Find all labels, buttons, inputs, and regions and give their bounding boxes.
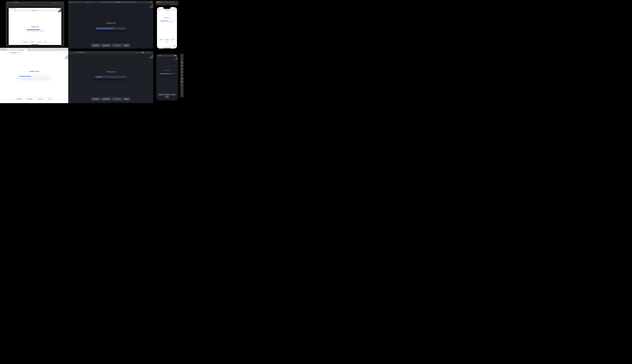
back-icon[interactable]: ← [1, 52, 2, 54]
window-traffic-lights[interactable] [156, 2, 161, 3]
tabs-icon[interactable]: ▦ [151, 2, 152, 3]
new-tab-button[interactable]: + [28, 49, 30, 51]
volume-down-icon[interactable]: 🔉 [181, 68, 183, 70]
reset-button[interactable]: Reset [165, 41, 169, 43]
visbug-corner-icon[interactable] [149, 4, 153, 8]
shield-icon[interactable]: ◐ [86, 2, 88, 3]
complete-button[interactable]: Complete [36, 97, 45, 100]
overview-nav-icon[interactable]: □ [181, 91, 183, 93]
reload-icon[interactable]: ⟳ [74, 52, 75, 53]
increase-button[interactable]: Increase [158, 38, 164, 40]
window-traffic-lights[interactable] [70, 2, 74, 3]
complete-button[interactable]: Complete [170, 38, 176, 40]
window-traffic-lights[interactable] [1, 49, 6, 50]
share-icon[interactable]: ⇧ [138, 52, 139, 53]
home-nav-icon[interactable]: ○ [181, 88, 183, 90]
volume-up-icon[interactable]: 🔊 [181, 65, 183, 66]
close-tab-icon[interactable]: × [26, 49, 26, 51]
forward-icon[interactable]: → [4, 52, 5, 54]
menu-icon[interactable]: ⋮ [151, 52, 152, 53]
address-bar[interactable]: AA localhost ⟳ [14, 10, 55, 12]
back-icon[interactable]: ← [69, 52, 70, 53]
rotate-right-icon[interactable]: ⟳ [181, 74, 183, 76]
reload-icon[interactable]: ⟳ [134, 2, 135, 3]
decrease-button[interactable]: Decrease [25, 97, 34, 100]
chevron-down-icon[interactable]: ▾ [78, 2, 79, 3]
back-icon[interactable]: ‹ [80, 2, 80, 3]
reader-icon[interactable]: AA [14, 10, 15, 11]
close-icon[interactable]: × [181, 55, 183, 56]
install-icon[interactable]: ⊕ [136, 52, 137, 53]
visbug-corner-icon[interactable] [64, 54, 68, 59]
export-icon[interactable]: ⇧ [176, 3, 177, 5]
menu-icon[interactable]: ≡ [66, 52, 67, 54]
decrease-button[interactable]: Decrease [101, 97, 111, 100]
forward-icon[interactable]: › [81, 2, 82, 3]
address-bar[interactable]: localhost ⟳ [100, 1, 136, 3]
power-icon[interactable]: ⏻ [181, 62, 183, 63]
rotate-left-icon[interactable]: ⟲ [181, 71, 183, 73]
visbug-corner-icon[interactable] [174, 56, 178, 60]
camera-icon[interactable]: 📷 [181, 78, 183, 80]
export-icon[interactable]: ⇧ [62, 2, 63, 4]
extensions-puzzle-icon[interactable]: ✦ [144, 52, 146, 53]
newtab-icon[interactable]: + [149, 2, 150, 3]
shield-icon[interactable]: 🛡 [8, 52, 9, 54]
forward-icon[interactable]: → [72, 52, 73, 53]
minimize-icon[interactable]: − [181, 58, 183, 60]
complete-button[interactable]: Complete [112, 97, 122, 100]
decrease-button[interactable]: Decrease [101, 44, 111, 47]
forward-icon[interactable]: › [162, 45, 162, 46]
back-nav-icon[interactable]: ◁ [181, 84, 183, 86]
increase-button[interactable]: Increase [22, 41, 28, 43]
decrease-button[interactable]: Decrease [29, 41, 36, 43]
bookmark-star-icon[interactable]: ☆ [60, 52, 62, 54]
reset-button[interactable]: Reset [46, 97, 54, 100]
extension-icon[interactable] [142, 52, 144, 53]
share-icon[interactable]: ⇧ [166, 45, 167, 46]
bookmarks-icon[interactable]: ▭ [170, 45, 171, 46]
profile-icon[interactable]: 👤 [148, 52, 150, 53]
back-icon[interactable]: ‹ [159, 45, 159, 46]
share-icon[interactable]: ⇧ [56, 10, 57, 11]
visbug-corner-icon[interactable] [149, 54, 153, 58]
browser-tab[interactable]: ◐ Progress | GUI Challenges × [8, 49, 28, 51]
reset-button[interactable]: Reset [165, 96, 169, 98]
reload-icon[interactable]: ⟳ [175, 9, 176, 10]
complete-button[interactable]: Complete [36, 41, 42, 43]
complete-button[interactable]: Complete [112, 44, 122, 47]
screenshot-icon[interactable]: ⊙ [172, 3, 174, 5]
home-indicator[interactable] [163, 48, 171, 48]
increase-button[interactable]: Increase [91, 97, 100, 100]
address-bar[interactable]: ⓘ localhost:3000 [76, 52, 135, 54]
share-icon[interactable]: ⇧ [146, 2, 148, 3]
reset-button[interactable]: Reset [43, 41, 48, 43]
visbug-corner-icon[interactable] [57, 8, 62, 12]
tabs-icon[interactable]: ▣ [174, 45, 175, 46]
home-icon[interactable]: ⌂ [60, 2, 60, 4]
reset-button[interactable]: Reset [123, 97, 130, 100]
sidebar-icon[interactable]: ☐ [12, 10, 13, 11]
appearance-icon[interactable]: ◑ [89, 2, 90, 3]
extensions-icon[interactable]: ✦ [64, 52, 66, 54]
increase-button[interactable]: Increase [14, 97, 24, 100]
home-indicator[interactable] [31, 44, 39, 45]
increase-button[interactable]: Increase [158, 94, 164, 96]
reload-icon[interactable]: ⟳ [54, 10, 55, 11]
forward-icon[interactable]: › [11, 10, 11, 11]
visbug-icon[interactable]: ✎ [62, 52, 64, 54]
reader-icon[interactable]: AA [158, 10, 159, 10]
bookmark-star-icon[interactable]: ☆ [140, 52, 141, 53]
back-icon[interactable]: ‹ [10, 10, 10, 11]
address-bar[interactable]: 🛡 ▯ localhost:3000 [8, 52, 59, 54]
pointer-icon[interactable]: ⌖ [52, 2, 53, 4]
screenshot-icon[interactable]: ⧉ [54, 2, 56, 4]
complete-button[interactable]: Complete [170, 94, 176, 96]
window-traffic-lights[interactable] [7, 2, 12, 4]
increase-button[interactable]: Increase [91, 44, 100, 47]
reload-icon[interactable]: ⟳ [6, 52, 7, 54]
address-bar[interactable]: AA localhost ⟳ [158, 9, 176, 10]
reset-button[interactable]: Reset [123, 44, 130, 47]
site-info-icon[interactable]: ⓘ [76, 52, 78, 54]
site-info-icon[interactable]: ▯ [10, 52, 10, 54]
